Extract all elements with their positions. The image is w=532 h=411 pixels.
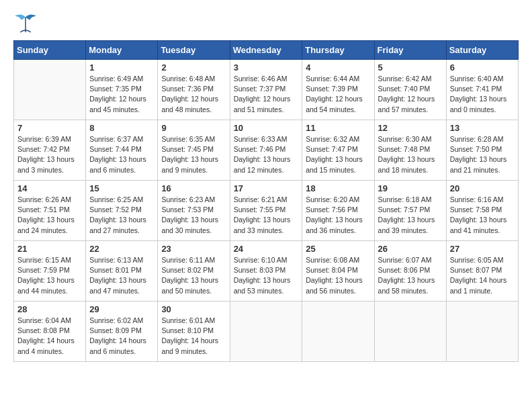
day-number: 21 xyxy=(17,244,82,254)
calendar-week-row: 7Sunrise: 6:39 AM Sunset: 7:42 PM Daylig… xyxy=(14,120,519,181)
day-info: Sunrise: 6:15 AM Sunset: 7:59 PM Dayligh… xyxy=(17,255,82,296)
calendar-cell: 25Sunrise: 6:08 AM Sunset: 8:04 PM Dayli… xyxy=(302,241,374,302)
day-info: Sunrise: 6:25 AM Sunset: 7:52 PM Dayligh… xyxy=(89,195,154,236)
calendar-cell: 14Sunrise: 6:26 AM Sunset: 7:51 PM Dayli… xyxy=(14,181,86,241)
day-number: 7 xyxy=(17,123,82,133)
day-info: Sunrise: 6:30 AM Sunset: 7:48 PM Dayligh… xyxy=(378,134,443,175)
day-info: Sunrise: 6:08 AM Sunset: 8:04 PM Dayligh… xyxy=(306,255,370,296)
calendar-cell: 29Sunrise: 6:02 AM Sunset: 8:09 PM Dayli… xyxy=(86,302,158,362)
day-number: 14 xyxy=(17,183,82,193)
day-info: Sunrise: 6:32 AM Sunset: 7:47 PM Dayligh… xyxy=(306,134,370,175)
day-info: Sunrise: 6:40 AM Sunset: 7:41 PM Dayligh… xyxy=(450,74,515,115)
weekday-header: Saturday xyxy=(446,41,518,60)
day-info: Sunrise: 6:02 AM Sunset: 8:09 PM Dayligh… xyxy=(89,316,154,357)
calendar-cell: 26Sunrise: 6:07 AM Sunset: 8:06 PM Dayli… xyxy=(374,241,446,302)
day-number: 26 xyxy=(378,244,443,254)
day-info: Sunrise: 6:26 AM Sunset: 7:51 PM Dayligh… xyxy=(17,195,82,236)
calendar-week-row: 21Sunrise: 6:15 AM Sunset: 7:59 PM Dayli… xyxy=(14,241,519,302)
day-number: 4 xyxy=(306,62,370,73)
day-info: Sunrise: 6:44 AM Sunset: 7:39 PM Dayligh… xyxy=(306,74,370,115)
day-number: 5 xyxy=(378,62,443,73)
day-info: Sunrise: 6:48 AM Sunset: 7:36 PM Dayligh… xyxy=(161,74,226,115)
calendar-cell: 23Sunrise: 6:11 AM Sunset: 8:02 PM Dayli… xyxy=(158,241,230,302)
calendar-cell xyxy=(14,60,86,120)
day-number: 11 xyxy=(306,123,370,133)
day-number: 6 xyxy=(450,62,515,73)
day-info: Sunrise: 6:04 AM Sunset: 8:08 PM Dayligh… xyxy=(17,316,82,357)
day-number: 8 xyxy=(89,123,154,133)
day-info: Sunrise: 6:07 AM Sunset: 8:06 PM Dayligh… xyxy=(378,255,443,296)
weekday-header-row: SundayMondayTuesdayWednesdayThursdayFrid… xyxy=(14,41,519,60)
day-number: 16 xyxy=(161,183,226,193)
calendar-week-row: 1Sunrise: 6:49 AM Sunset: 7:35 PM Daylig… xyxy=(14,60,519,120)
day-info: Sunrise: 6:28 AM Sunset: 7:50 PM Dayligh… xyxy=(450,134,515,175)
day-info: Sunrise: 6:21 AM Sunset: 7:55 PM Dayligh… xyxy=(234,195,299,236)
calendar-cell: 15Sunrise: 6:25 AM Sunset: 7:52 PM Dayli… xyxy=(86,181,158,241)
calendar-cell: 6Sunrise: 6:40 AM Sunset: 7:41 PM Daylig… xyxy=(446,60,518,120)
calendar-cell: 1Sunrise: 6:49 AM Sunset: 7:35 PM Daylig… xyxy=(86,60,158,120)
calendar-cell xyxy=(302,302,374,362)
calendar-cell: 2Sunrise: 6:48 AM Sunset: 7:36 PM Daylig… xyxy=(158,60,230,120)
calendar-cell: 20Sunrise: 6:16 AM Sunset: 7:58 PM Dayli… xyxy=(446,181,518,241)
day-number: 29 xyxy=(89,304,154,314)
day-info: Sunrise: 6:10 AM Sunset: 8:03 PM Dayligh… xyxy=(234,255,299,296)
day-number: 1 xyxy=(89,62,154,73)
day-number: 25 xyxy=(306,244,370,254)
calendar-cell xyxy=(446,302,518,362)
calendar-cell: 13Sunrise: 6:28 AM Sunset: 7:50 PM Dayli… xyxy=(446,120,518,181)
weekday-header: Friday xyxy=(374,41,446,60)
day-number: 28 xyxy=(17,304,82,314)
calendar-cell: 10Sunrise: 6:33 AM Sunset: 7:46 PM Dayli… xyxy=(230,120,302,181)
day-info: Sunrise: 6:01 AM Sunset: 8:10 PM Dayligh… xyxy=(161,316,226,357)
day-number: 30 xyxy=(161,304,226,314)
calendar-cell xyxy=(230,302,302,362)
day-number: 23 xyxy=(161,244,226,254)
day-info: Sunrise: 6:46 AM Sunset: 7:37 PM Dayligh… xyxy=(234,74,299,115)
weekday-header: Sunday xyxy=(14,41,86,60)
day-info: Sunrise: 6:13 AM Sunset: 8:01 PM Dayligh… xyxy=(89,255,154,296)
day-info: Sunrise: 6:23 AM Sunset: 7:53 PM Dayligh… xyxy=(161,195,226,236)
day-number: 10 xyxy=(234,123,299,133)
day-info: Sunrise: 6:18 AM Sunset: 7:57 PM Dayligh… xyxy=(378,195,443,236)
day-info: Sunrise: 6:16 AM Sunset: 7:58 PM Dayligh… xyxy=(450,195,515,236)
weekday-header: Monday xyxy=(86,41,158,60)
calendar-cell: 19Sunrise: 6:18 AM Sunset: 7:57 PM Dayli… xyxy=(374,181,446,241)
calendar-cell: 8Sunrise: 6:37 AM Sunset: 7:44 PM Daylig… xyxy=(86,120,158,181)
day-number: 22 xyxy=(89,244,154,254)
calendar-cell: 9Sunrise: 6:35 AM Sunset: 7:45 PM Daylig… xyxy=(158,120,230,181)
day-number: 15 xyxy=(89,183,154,193)
calendar-cell: 16Sunrise: 6:23 AM Sunset: 7:53 PM Dayli… xyxy=(158,181,230,241)
day-info: Sunrise: 6:05 AM Sunset: 8:07 PM Dayligh… xyxy=(450,255,515,296)
calendar-cell: 22Sunrise: 6:13 AM Sunset: 8:01 PM Dayli… xyxy=(86,241,158,302)
day-number: 3 xyxy=(234,62,299,73)
calendar-cell: 3Sunrise: 6:46 AM Sunset: 7:37 PM Daylig… xyxy=(230,60,302,120)
page-header xyxy=(13,13,519,34)
day-info: Sunrise: 6:20 AM Sunset: 7:56 PM Dayligh… xyxy=(306,195,370,236)
calendar-cell: 4Sunrise: 6:44 AM Sunset: 7:39 PM Daylig… xyxy=(302,60,374,120)
calendar-cell xyxy=(374,302,446,362)
weekday-header: Wednesday xyxy=(230,41,302,60)
calendar-table: SundayMondayTuesdayWednesdayThursdayFrid… xyxy=(13,40,519,362)
calendar-cell: 27Sunrise: 6:05 AM Sunset: 8:07 PM Dayli… xyxy=(446,241,518,302)
calendar-cell: 30Sunrise: 6:01 AM Sunset: 8:10 PM Dayli… xyxy=(158,302,230,362)
calendar-cell: 11Sunrise: 6:32 AM Sunset: 7:47 PM Dayli… xyxy=(302,120,374,181)
day-number: 9 xyxy=(161,123,226,133)
calendar-cell: 24Sunrise: 6:10 AM Sunset: 8:03 PM Dayli… xyxy=(230,241,302,302)
calendar-cell: 5Sunrise: 6:42 AM Sunset: 7:40 PM Daylig… xyxy=(374,60,446,120)
day-number: 27 xyxy=(450,244,515,254)
day-info: Sunrise: 6:37 AM Sunset: 7:44 PM Dayligh… xyxy=(89,134,154,175)
day-info: Sunrise: 6:42 AM Sunset: 7:40 PM Dayligh… xyxy=(378,74,443,115)
calendar-cell: 12Sunrise: 6:30 AM Sunset: 7:48 PM Dayli… xyxy=(374,120,446,181)
calendar-cell: 17Sunrise: 6:21 AM Sunset: 7:55 PM Dayli… xyxy=(230,181,302,241)
day-info: Sunrise: 6:11 AM Sunset: 8:02 PM Dayligh… xyxy=(161,255,226,296)
day-number: 12 xyxy=(378,123,443,133)
logo-icon xyxy=(13,13,38,34)
day-info: Sunrise: 6:35 AM Sunset: 7:45 PM Dayligh… xyxy=(161,134,226,175)
weekday-header: Tuesday xyxy=(158,41,230,60)
day-number: 2 xyxy=(161,62,226,73)
calendar-cell: 21Sunrise: 6:15 AM Sunset: 7:59 PM Dayli… xyxy=(14,241,86,302)
calendar-cell: 7Sunrise: 6:39 AM Sunset: 7:42 PM Daylig… xyxy=(14,120,86,181)
day-number: 19 xyxy=(378,183,443,193)
calendar-cell: 28Sunrise: 6:04 AM Sunset: 8:08 PM Dayli… xyxy=(14,302,86,362)
day-number: 18 xyxy=(306,183,370,193)
